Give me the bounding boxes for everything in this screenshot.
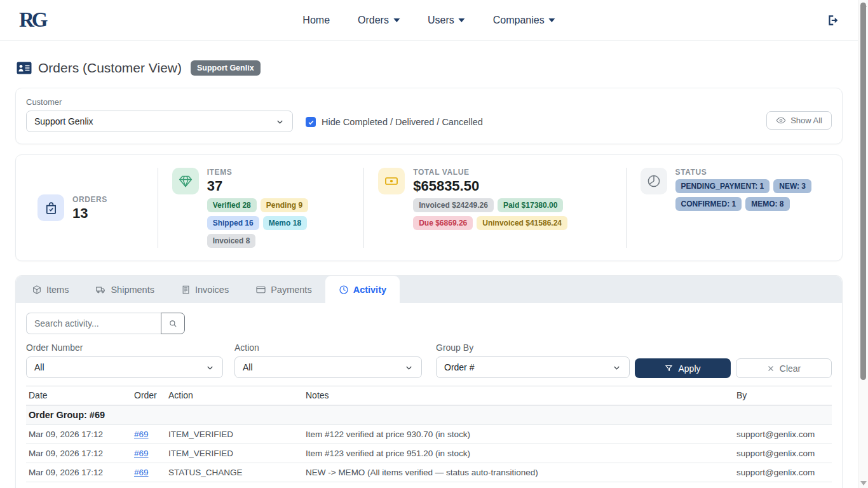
- order-link[interactable]: #69: [134, 449, 149, 458]
- eye-icon: [776, 116, 786, 125]
- order-number-select[interactable]: All: [26, 356, 223, 378]
- col-header-date: Date: [26, 386, 132, 405]
- tab-invoices[interactable]: Invoices: [168, 276, 242, 303]
- tab-label: Payments: [271, 285, 311, 295]
- activity-search: [26, 313, 832, 334]
- hide-completed-label: Hide Completed / Delivered / Cancelled: [322, 117, 483, 127]
- nav-item-home[interactable]: Home: [302, 15, 330, 26]
- cell-action: SHIPMENT_DISPATCHED: [166, 482, 303, 488]
- customer-label: Customer: [26, 97, 293, 107]
- activity-panel: Order Number All Action All: [16, 303, 842, 488]
- orders-stat-label: ORDERS: [72, 195, 107, 204]
- money-badge: Due $6869.26: [413, 216, 473, 230]
- group-by-value: Order #: [444, 362, 474, 372]
- summary-total-value: TOTAL VALUE $65835.50 Invoiced $24249.26…: [363, 168, 625, 248]
- hide-completed-checkbox[interactable]: Hide Completed / Delivered / Cancelled: [306, 117, 483, 127]
- order-status-badge: NEW: 3: [773, 179, 811, 193]
- chevron-down-icon: [612, 363, 621, 372]
- tab-payments[interactable]: Payments: [242, 276, 325, 303]
- total-value-stat: TOTAL VALUE $65835.50 Invoiced $24249.26…: [413, 168, 604, 230]
- table-row: Mar 09, 2026 17:22 #69 SHIPMENT_DISPATCH…: [26, 482, 832, 488]
- total-value-label: TOTAL VALUE: [413, 168, 604, 177]
- items-stat-value: 37: [207, 178, 337, 194]
- funnel-icon: [665, 364, 673, 372]
- order-link[interactable]: #69: [134, 430, 149, 439]
- nav-item-orders[interactable]: Orders: [358, 15, 400, 26]
- order-status-badge: PENDING_PAYMENT: 1: [675, 179, 770, 193]
- tab-items[interactable]: Items: [18, 276, 82, 303]
- app-window: RG Home Orders Users Companies: [0, 0, 868, 488]
- summary-orders: ORDERS 13: [16, 168, 158, 248]
- search-input[interactable]: [26, 313, 161, 334]
- cell-action: ITEM_VERIFIED: [166, 444, 303, 463]
- status-stat: STATUS PENDING_PAYMENT: 1 NEW: 3 CONFIRM…: [675, 168, 815, 211]
- order-group-label: Order Group: #69: [26, 405, 832, 425]
- order-link[interactable]: #69: [134, 468, 149, 477]
- orders-bag-icon: [37, 194, 64, 221]
- items-stat: ITEMS 37 Verified 28 Pending 9 Shipped 1…: [207, 168, 337, 248]
- search-button[interactable]: [161, 313, 185, 334]
- cell-by: support@genlix.com: [734, 425, 832, 444]
- money-badge: Paid $17380.00: [498, 198, 563, 212]
- status-stat-label: STATUS: [675, 168, 815, 177]
- nav-item-users[interactable]: Users: [428, 15, 465, 26]
- summary-items: ITEMS 37 Verified 28 Pending 9 Shipped 1…: [158, 168, 364, 248]
- cell-order: #69: [132, 482, 166, 488]
- checkbox-checked-icon: [306, 117, 316, 127]
- page-title: Orders (Customer View): [38, 60, 182, 76]
- money-badge: Invoiced $24249.26: [413, 198, 494, 212]
- apply-button[interactable]: Apply: [635, 358, 731, 378]
- nav-links: Home Orders Users Companies: [302, 15, 555, 26]
- chevron-down-icon: [459, 18, 465, 22]
- order-group-row: Order Group: #69: [26, 405, 832, 425]
- page-header: Orders (Customer View) Support Genlix: [0, 41, 858, 76]
- cell-date: Mar 09, 2026 17:22: [26, 482, 132, 488]
- cell-notes: Shipment SHP-19CD271590C dispatched. Tra…: [303, 482, 734, 488]
- customer-select-value: Support Genlix: [34, 116, 93, 126]
- invoice-icon: [181, 285, 191, 295]
- logout-icon[interactable]: [826, 14, 839, 27]
- show-all-button[interactable]: Show All: [766, 111, 832, 130]
- item-status-badge: Memo 18: [263, 216, 307, 230]
- group-by-select[interactable]: Order #: [436, 356, 630, 378]
- action-value: All: [243, 362, 253, 372]
- vertical-scrollbar[interactable]: [858, 0, 868, 488]
- orders-stat-value: 13: [72, 205, 107, 221]
- tab-shipments[interactable]: Shipments: [82, 276, 168, 303]
- customer-field: Customer Support Genlix: [26, 97, 293, 132]
- customer-badge: Support Genlix: [191, 60, 261, 76]
- items-stat-label: ITEMS: [207, 168, 337, 177]
- tab-activity[interactable]: Activity: [325, 276, 400, 303]
- page-content: RG Home Orders Users Companies: [0, 0, 858, 488]
- col-header-notes: Notes: [303, 386, 734, 405]
- cell-notes: Item #123 verified at price 951.20 (in s…: [303, 444, 734, 463]
- items-gem-icon: [172, 168, 199, 194]
- tab-bar: Items Shipments Invoices: [16, 276, 842, 303]
- clear-button[interactable]: Clear: [736, 358, 832, 378]
- cell-notes: Item #122 verified at price 930.70 (in s…: [303, 425, 734, 444]
- activity-table: Date Order Action Notes By Order Group: …: [26, 386, 832, 488]
- detail-tabs-card: Items Shipments Invoices: [15, 275, 843, 488]
- nav-item-companies[interactable]: Companies: [493, 15, 555, 26]
- summary-card: ORDERS 13 ITEMS 37 Verified 28 Pendi: [15, 154, 843, 261]
- action-select[interactable]: All: [234, 356, 422, 378]
- customer-card-icon: [17, 62, 32, 74]
- scrollbar-thumb[interactable]: [860, 3, 866, 380]
- cell-order: #69: [132, 463, 166, 482]
- cube-icon: [32, 285, 42, 295]
- table-row: Mar 09, 2026 17:12 #69 ITEM_VERIFIED Ite…: [26, 425, 832, 444]
- cell-notes: NEW -> MEMO (All items verified — status…: [303, 463, 734, 482]
- items-badges: Verified 28 Pending 9 Shipped 16 Memo 18…: [207, 198, 337, 248]
- brand-logo[interactable]: RG: [19, 8, 46, 32]
- group-by-label: Group By: [436, 342, 630, 353]
- chevron-down-icon: [404, 363, 414, 372]
- customer-select[interactable]: Support Genlix: [26, 111, 293, 132]
- col-header-order: Order: [132, 386, 166, 405]
- nav-item-label: Companies: [493, 15, 545, 26]
- money-badge: Uninvoiced $41586.24: [477, 216, 567, 230]
- col-header-action: Action: [166, 386, 303, 405]
- apply-label: Apply: [678, 363, 700, 374]
- cell-date: Mar 09, 2026 17:12: [26, 444, 132, 463]
- scroll-down-arrow-icon[interactable]: [860, 481, 867, 485]
- clear-label: Clear: [780, 363, 801, 374]
